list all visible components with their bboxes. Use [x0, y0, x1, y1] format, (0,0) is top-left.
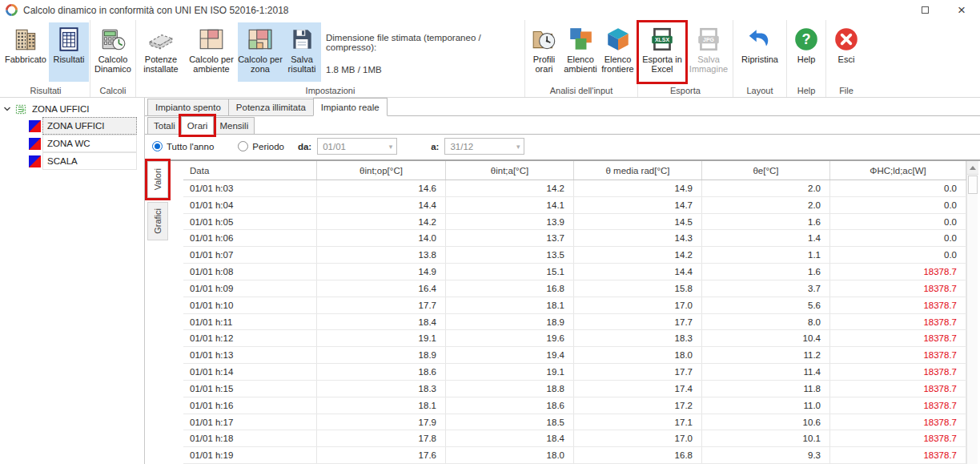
- results-table-area: Valori Grafici Data θint;op[°C] θint;a[°…: [145, 159, 980, 464]
- potenze-installate-button[interactable]: Potenze installate: [137, 22, 185, 82]
- tree-item-zona-wc[interactable]: ZONA WC: [29, 135, 144, 153]
- cell-phi-hc: 0.0: [830, 247, 966, 263]
- cell-theta-int-op: 14.6: [317, 180, 446, 196]
- tab-grafici[interactable]: Grafici: [147, 202, 168, 240]
- table-row[interactable]: 01/01 h:19 17.6 18.0 16.8 9.3 18378.7: [183, 447, 966, 464]
- cell-phi-hc: 18378.7: [830, 347, 966, 363]
- cell-phi-hc: 18378.7: [830, 264, 966, 280]
- tab-totali[interactable]: Totali: [147, 117, 182, 134]
- jpg-save-icon: JPG: [695, 26, 722, 53]
- table-row[interactable]: 01/01 h:15 18.3 18.8 17.4 11.8 18378.7: [183, 381, 966, 397]
- table-row[interactable]: 01/01 h:06 14.0 13.7 14.3 1.4 0.0: [183, 230, 966, 247]
- cell-theta-int-op: 18.6: [317, 364, 446, 380]
- svg-text:?: ?: [801, 31, 810, 47]
- cell-theta-media-rad: 17.4: [574, 381, 702, 397]
- elenco-frontiere-button[interactable]: Elenco frontiere: [599, 22, 637, 82]
- cell-theta-e: 1.6: [702, 214, 830, 230]
- undo-arrow-icon: [746, 26, 773, 53]
- cell-theta-media-rad: 18.3: [574, 330, 702, 346]
- scroll-up-button[interactable]: [967, 161, 978, 175]
- window-title: Calcolo dinamico in conformità con UNI E…: [23, 5, 289, 16]
- salva-risultati-button[interactable]: Salva risultati: [283, 22, 321, 82]
- table-row[interactable]: 01/01 h:11 18.4 18.9 17.7 8.0 18378.7: [183, 314, 966, 331]
- salva-immagine-button[interactable]: JPG Salva Immagine: [685, 22, 732, 82]
- hourly-results-grid: Data θint;op[°C] θint;a[°C] θ media rad[…: [183, 161, 966, 464]
- building-icon: [12, 26, 39, 53]
- cell-phi-hc: 0.0: [830, 197, 966, 213]
- fabbricato-button[interactable]: Fabbricato: [2, 22, 49, 82]
- title-bar: Calcolo dinamico in conformità con UNI E…: [0, 0, 980, 20]
- zone-icon: [29, 120, 41, 132]
- table-row[interactable]: 01/01 h:18 17.8 18.4 17.0 10.1 18378.7: [183, 430, 966, 447]
- from-date-select[interactable]: 01/01 ▾: [317, 138, 397, 155]
- table-row[interactable]: 01/01 h:07 13.8 13.5 14.2 1.1 0.0: [183, 247, 966, 264]
- table-row[interactable]: 01/01 h:13 18.9 19.4 18.0 11.2 18378.7: [183, 347, 966, 364]
- to-label: a:: [431, 142, 439, 151]
- file-size-info: Dimensione file stimata (temporaneo / co…: [321, 22, 524, 83]
- table-row[interactable]: 01/01 h:17 17.9 18.5 17.1 10.6 18378.7: [183, 414, 966, 431]
- cube-icon: [604, 26, 632, 53]
- cell-theta-int-a: 18.8: [446, 381, 574, 397]
- risultati-button[interactable]: Risultati: [49, 22, 89, 82]
- tab-potenza-illimitata[interactable]: Potenza illimitata: [228, 99, 314, 115]
- cell-data: 01/01 h:09: [183, 280, 317, 297]
- cell-theta-e: 2.0: [702, 197, 830, 213]
- radio-tutto-anno-label[interactable]: Tutto l'anno: [167, 142, 214, 151]
- tree-item-zona-uffici[interactable]: ZONA UFFICI: [29, 118, 144, 135]
- cell-theta-int-op: 17.6: [317, 447, 446, 463]
- cell-theta-int-a: 19.4: [446, 347, 574, 363]
- cell-theta-int-op: 16.4: [317, 280, 446, 297]
- esporta-in-excel-button[interactable]: XLSX Esporta in Excel: [639, 22, 685, 82]
- cell-theta-int-a: 18.6: [446, 397, 574, 414]
- stacked-squares-icon: [567, 26, 594, 53]
- tab-valori[interactable]: Valori: [147, 161, 168, 198]
- table-row[interactable]: 01/01 h:16 18.1 18.6 17.2 11.0 18378.7: [183, 397, 966, 414]
- calcolo-dinamico-button[interactable]: Calcolo Dinamico: [91, 22, 135, 82]
- ripristina-button[interactable]: Ripristina: [734, 22, 785, 82]
- table-row[interactable]: 01/01 h:04 14.4 14.1 14.7 2.0 0.0: [183, 197, 966, 214]
- esci-button[interactable]: Esci: [827, 22, 866, 82]
- table-row[interactable]: 01/01 h:10 17.7 18.1 17.0 5.6 18378.7: [183, 297, 966, 314]
- cell-theta-media-rad: 17.0: [574, 297, 702, 313]
- cell-theta-int-op: 19.1: [317, 330, 446, 346]
- table-row[interactable]: 01/01 h:12 19.1 19.6 18.3 10.4 18378.7: [183, 330, 966, 347]
- cell-theta-int-op: 17.9: [317, 414, 446, 430]
- scrollbar-thumb[interactable]: [968, 176, 978, 194]
- tree-item-scala[interactable]: SCALA: [29, 153, 144, 171]
- radio-periodo[interactable]: [238, 141, 248, 151]
- help-button[interactable]: ? Help: [788, 22, 825, 82]
- to-date-select[interactable]: 31/12 ▾: [444, 138, 524, 155]
- table-row[interactable]: 01/01 h:08 14.9 15.1 14.4 1.6 18378.7: [183, 264, 966, 280]
- tab-impianto-spento[interactable]: Impianto spento: [147, 99, 229, 115]
- tab-impianto-reale[interactable]: Impianto reale: [313, 98, 388, 116]
- ribbon-group-calcoli: Calcolo Dinamico Calcoli: [90, 20, 136, 97]
- maximize-icon: [922, 6, 929, 14]
- elenco-ambienti-button[interactable]: Elenco ambienti: [562, 22, 599, 82]
- profili-orari-button[interactable]: Profili orari: [526, 22, 562, 82]
- calcolo-per-ambiente-button[interactable]: Calcolo per ambiente: [185, 22, 238, 82]
- zone-tree-panel: ZONA UFFICI ZONA UFFICI ZONA WC SCALA: [0, 98, 145, 464]
- folder-clock-icon: [531, 26, 558, 53]
- table-row[interactable]: 01/01 h:05 14.2 13.9 14.5 1.6 0.0: [183, 214, 966, 231]
- vertical-scrollbar[interactable]: [966, 161, 978, 464]
- table-row[interactable]: 01/01 h:03 14.6 14.2 14.9 2.0 0.0: [183, 180, 966, 197]
- tab-mensili[interactable]: Mensili: [213, 117, 255, 134]
- calcolo-per-zona-button[interactable]: Calcolo per zona: [238, 22, 283, 82]
- cell-theta-int-a: 19.1: [446, 364, 574, 380]
- cell-phi-hc: 18378.7: [830, 414, 966, 430]
- chevron-down-icon: ▾: [389, 143, 393, 151]
- tree-root-zona-uffici[interactable]: ZONA UFFICI: [0, 100, 144, 118]
- column-header-theta-media-rad: θ media rad[°C]: [574, 161, 702, 180]
- close-button[interactable]: ×: [943, 0, 980, 20]
- cell-data: 01/01 h:17: [183, 414, 317, 430]
- radio-tutto-anno[interactable]: [152, 141, 163, 151]
- tab-orari[interactable]: Orari: [181, 116, 215, 135]
- from-label: da:: [298, 142, 311, 151]
- table-row[interactable]: 01/01 h:14 18.6 19.1 17.7 11.4 18378.7: [183, 364, 966, 381]
- maximize-button[interactable]: [906, 0, 943, 20]
- table-row[interactable]: 01/01 h:09 16.4 16.8 15.8 3.7 18378.7: [183, 280, 966, 297]
- cell-theta-media-rad: 14.5: [574, 214, 702, 230]
- floppy-disk-icon: [288, 26, 315, 53]
- radio-periodo-label[interactable]: Periodo: [252, 142, 284, 151]
- chevron-down-icon[interactable]: [3, 105, 11, 113]
